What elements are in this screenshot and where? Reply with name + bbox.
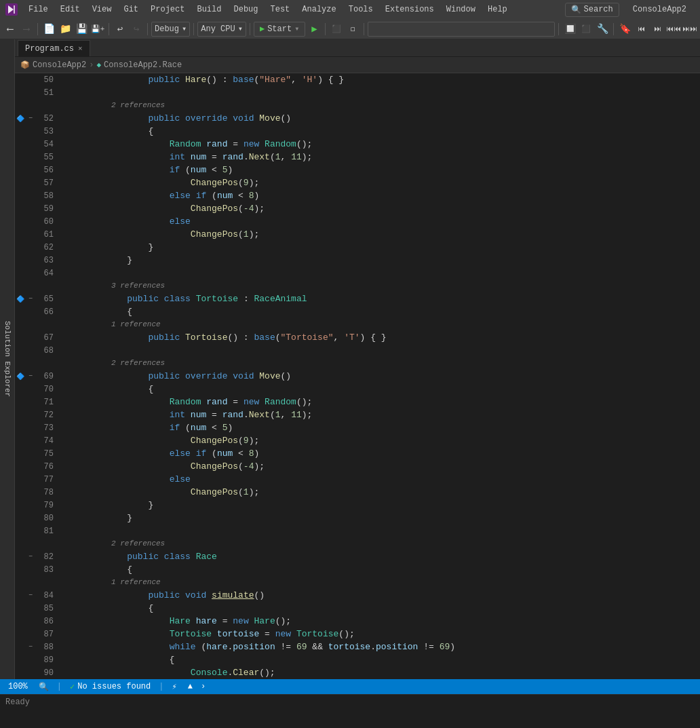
- zoom-icon: 🔍: [39, 682, 49, 692]
- start-label: Start: [267, 24, 292, 34]
- menu-bar: File Edit View Git Project Build Debug T…: [23, 3, 560, 16]
- vs-logo: [5, 3, 18, 16]
- toolbar-extra3[interactable]: 🔲: [562, 22, 577, 37]
- warning-icon: ▲: [188, 682, 193, 691]
- status-git[interactable]: ⚡: [169, 682, 179, 692]
- toolbar-extra4[interactable]: ⬛: [579, 22, 594, 37]
- code-line: else: [106, 473, 700, 486]
- breadcrumb-project[interactable]: 📦 ConsoleApp2: [20, 60, 86, 70]
- menu-view[interactable]: View: [87, 3, 117, 16]
- tab-program-cs-close[interactable]: ×: [78, 45, 83, 53]
- toolbar-nav3[interactable]: ⏮⏮: [666, 22, 681, 37]
- toolbar-new[interactable]: 📄: [41, 22, 56, 37]
- menu-tools[interactable]: Tools: [343, 3, 378, 16]
- git-indicator: [59, 73, 62, 86]
- tab-program-cs-label: Program.cs: [25, 44, 74, 54]
- code-line: ChangePos(1);: [106, 228, 700, 241]
- code-line: Tortoise tortoise = new Tortoise();: [106, 628, 700, 640]
- main-layout: Solution Explorer Program.cs × 📦 Console…: [0, 39, 700, 679]
- toolbar: ⟵ ⟶ 📄 📁 💾 💾+ ↩ ↪ Debug ▾ Any CPU ▾ ▶ Sta…: [0, 19, 700, 39]
- toolbar-back[interactable]: ⟵: [3, 22, 18, 37]
- start-play2[interactable]: ▶: [307, 22, 322, 37]
- toolbar-extra2[interactable]: ◻: [345, 22, 360, 37]
- breadcrumb-symbol[interactable]: ◆ ConsoleApp2.Race: [96, 60, 182, 70]
- toolbar-nav4[interactable]: ⏭⏭: [682, 22, 697, 37]
- status-zoom[interactable]: 100%: [5, 682, 31, 691]
- play-icon: ▶: [260, 24, 265, 34]
- debug-config-dropdown[interactable]: Debug ▾: [151, 22, 190, 37]
- code-line: {: [106, 305, 700, 318]
- git-branch-icon: ⚡: [172, 682, 176, 692]
- code-line: public class Tortoise : RaceAnimal: [106, 292, 700, 305]
- toolbar-sep-3: [147, 23, 148, 35]
- toolbar-saveall[interactable]: 💾+: [90, 22, 105, 37]
- code-editor[interactable]: 50 51 🔷: [15, 73, 700, 679]
- code-ref-line: 3 references: [106, 280, 700, 292]
- tab-program-cs[interactable]: Program.cs ×: [18, 40, 90, 56]
- toolbar-nav2[interactable]: ⏭: [650, 22, 665, 37]
- menu-help[interactable]: Help: [482, 3, 513, 16]
- toolbar-bookmark[interactable]: 🔖: [617, 22, 632, 37]
- toolbar-extra1[interactable]: ⬛: [329, 22, 344, 37]
- title-bar: File Edit View Git Project Build Debug T…: [0, 0, 700, 19]
- code-line: else if (num < 8): [106, 447, 700, 460]
- toolbar-save[interactable]: 💾: [74, 22, 89, 37]
- code-area[interactable]: public Hare() : base("Hare", 'H') { } 2 …: [103, 73, 700, 679]
- svg-marker-0: [8, 5, 14, 14]
- start-button[interactable]: ▶ Start ▾: [254, 22, 305, 37]
- code-line: [106, 86, 700, 99]
- check-icon: ✓: [70, 682, 75, 692]
- toolbar-sep-4: [193, 23, 194, 35]
- toolbar-sep-8: [558, 23, 559, 35]
- solution-explorer-sidebar[interactable]: Solution Explorer: [0, 39, 15, 679]
- toolbar-nav1[interactable]: ⏮: [634, 22, 648, 37]
- toolbar-extra5[interactable]: 🔧: [595, 22, 610, 37]
- code-ref-line: 1 reference: [106, 318, 700, 331]
- menu-build[interactable]: Build: [191, 3, 227, 16]
- status-arrow: ›: [201, 682, 206, 691]
- code-line: public Hare() : base("Hare", 'H') { }: [106, 73, 700, 86]
- menu-debug[interactable]: Debug: [228, 3, 263, 16]
- code-line: }: [106, 241, 700, 254]
- toolbar-open[interactable]: 📁: [58, 22, 73, 37]
- menu-extensions[interactable]: Extensions: [380, 3, 440, 16]
- code-line: Random rand = new Random();: [106, 138, 700, 151]
- debug-config-arrow: ▾: [182, 24, 187, 34]
- menu-file[interactable]: File: [23, 3, 54, 16]
- gutter-row: 🔷 − 52: [15, 112, 103, 125]
- bottom-bar: Ready: [0, 694, 700, 709]
- toolbar-sep-2: [109, 23, 109, 35]
- code-line: while (hare.position != 69 && tortoise.p…: [106, 640, 700, 653]
- code-line: Random rand = new Random();: [106, 396, 700, 408]
- toolbar-sep-9: [613, 23, 614, 35]
- search-box[interactable]: 🔍 Search: [565, 3, 619, 17]
- menu-window[interactable]: Window: [441, 3, 481, 16]
- status-zoom-icon[interactable]: 🔍: [36, 682, 52, 692]
- menu-test[interactable]: Test: [265, 3, 296, 16]
- code-line: public Tortoise() : base("Tortoise", 'T'…: [106, 331, 700, 344]
- toolbar-forward[interactable]: ⟶: [19, 22, 34, 37]
- status-warnings[interactable]: ▲: [185, 682, 195, 691]
- gutter-row: 50: [15, 73, 103, 86]
- breadcrumb-symbol-label: ConsoleApp2.Race: [104, 60, 182, 70]
- status-issues[interactable]: ✓ No issues found: [67, 682, 153, 692]
- code-ref-line: 2 references: [106, 537, 700, 550]
- toolbar-undo[interactable]: ↩: [113, 22, 128, 37]
- menu-analyze[interactable]: Analyze: [296, 3, 341, 16]
- code-line: }: [106, 499, 700, 512]
- menu-git[interactable]: Git: [118, 3, 144, 16]
- menu-edit[interactable]: Edit: [55, 3, 85, 16]
- breadcrumb: 📦 ConsoleApp2 › ◆ ConsoleApp2.Race: [15, 57, 700, 73]
- toolbar-redo[interactable]: ↪: [129, 22, 144, 37]
- zoom-label: 100%: [8, 682, 28, 691]
- code-line: public class Race: [106, 550, 700, 563]
- breadcrumb-project-label: ConsoleApp2: [33, 60, 86, 70]
- menu-project[interactable]: Project: [145, 3, 190, 16]
- code-line: ChangePos(-4);: [106, 460, 700, 473]
- code-line: ChangePos(1);: [106, 486, 700, 499]
- code-line: Hare hare = new Hare();: [106, 615, 700, 628]
- platform-dropdown[interactable]: Any CPU ▾: [197, 22, 246, 37]
- platform-label: Any CPU: [201, 24, 235, 34]
- code-line: if (num < 5): [106, 421, 700, 434]
- gutter-collapse: [26, 73, 35, 86]
